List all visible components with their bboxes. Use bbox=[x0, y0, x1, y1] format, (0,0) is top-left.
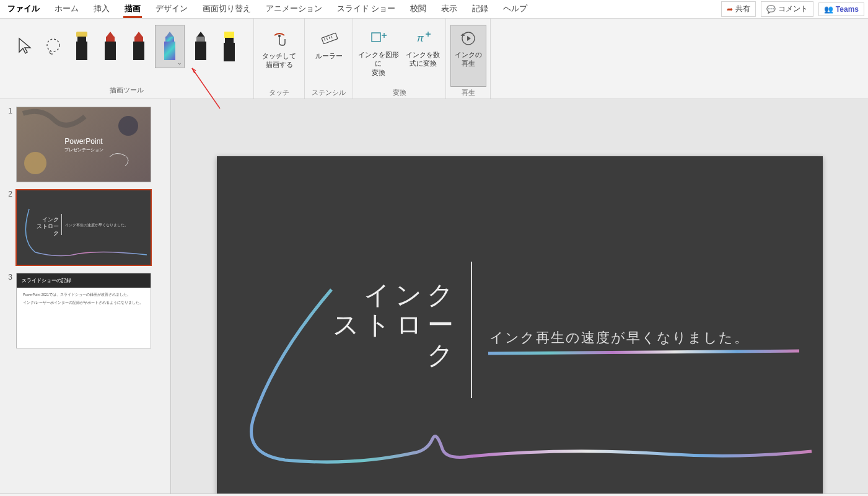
tool-pen-galaxy[interactable]: ⌄ bbox=[155, 25, 185, 68]
thumb-title: PowerPoint bbox=[64, 137, 102, 146]
tool-lasso[interactable] bbox=[41, 25, 66, 68]
thumb-subtitle: プレゼンテーション bbox=[64, 147, 103, 153]
teams-icon: 👥 bbox=[824, 5, 833, 14]
tab-review[interactable]: 校閲 bbox=[403, 0, 434, 18]
replay-icon bbox=[460, 30, 477, 46]
group-label-replay: 再生 bbox=[462, 87, 475, 100]
work-area: 1 PowerPoint プレゼンテーション 2 インク ストローク インク再生… bbox=[0, 99, 868, 495]
tab-record[interactable]: 記録 bbox=[465, 0, 496, 18]
tab-slideshow[interactable]: スライド ショー bbox=[330, 0, 403, 18]
svg-line-14 bbox=[488, 351, 799, 353]
svg-text:π: π bbox=[417, 33, 424, 43]
thumb-number: 2 bbox=[5, 190, 12, 265]
tool-highlighter-1[interactable] bbox=[69, 25, 94, 68]
svg-rect-7 bbox=[372, 33, 380, 42]
thumb-body: PowerPoint 2021では、スライドショーの録画が改善されました。 イン… bbox=[17, 288, 151, 310]
thumb-number: 3 bbox=[5, 273, 12, 348]
tool-select[interactable] bbox=[12, 25, 37, 68]
tab-draw[interactable]: 描画 bbox=[117, 0, 148, 18]
svg-point-0 bbox=[47, 39, 59, 51]
thumb-title: スライドショーの記録 bbox=[17, 273, 151, 288]
tab-design[interactable]: デザイン bbox=[148, 0, 195, 18]
cursor-icon bbox=[17, 37, 33, 56]
ribbon-group-convert: インクを図形に 変換 π インクを数 式に変換 変換 bbox=[353, 19, 446, 99]
svg-point-11 bbox=[24, 152, 46, 174]
thumb-preview[interactable]: PowerPoint プレゼンテーション bbox=[16, 107, 151, 182]
group-label-convert: 変換 bbox=[393, 87, 406, 100]
ribbon-group-replay: インクの 再生 再生 bbox=[446, 19, 491, 99]
tabbar-actions: ➦共有 💬コメント 👥Teams bbox=[721, 0, 868, 18]
highlighter-icon bbox=[224, 32, 235, 61]
pen-icon bbox=[105, 32, 116, 61]
svg-point-12 bbox=[118, 116, 138, 136]
group-label-drawtools: 描画ツール bbox=[110, 84, 144, 97]
ribbon: ⌄ 描画ツール タッチして 描 bbox=[0, 19, 868, 99]
comment-button[interactable]: 💬コメント bbox=[761, 1, 813, 17]
pen-icon bbox=[164, 32, 175, 61]
tab-insert[interactable]: 挿入 bbox=[86, 0, 117, 18]
ink-to-shape-icon bbox=[369, 30, 388, 46]
thumb-number: 1 bbox=[5, 107, 12, 182]
slide-canvas[interactable]: インクストローク インク再生の速度が早くなりました。 bbox=[171, 99, 868, 495]
thumb-preview[interactable]: インク ストローク インク再生の速度が早くなりました。 bbox=[16, 190, 151, 265]
share-button[interactable]: ➦共有 bbox=[721, 1, 756, 17]
svg-line-3 bbox=[324, 38, 325, 41]
ribbon-group-stencil: ルーラー ステンシル bbox=[305, 19, 353, 99]
svg-point-1 bbox=[278, 35, 281, 37]
group-label-stencil: ステンシル bbox=[312, 87, 346, 100]
teams-button[interactable]: 👥Teams bbox=[818, 2, 864, 16]
tool-pen-red-2[interactable] bbox=[126, 25, 151, 68]
thumbnail-2[interactable]: 2 インク ストローク インク再生の速度が早くなりました。 bbox=[5, 190, 165, 265]
pen-icon bbox=[133, 32, 144, 61]
highlighter-icon bbox=[76, 32, 87, 61]
ribbon-group-touch: タッチして 描画する タッチ bbox=[254, 19, 305, 99]
pencil-icon bbox=[195, 32, 206, 61]
thumbnail-panel[interactable]: 1 PowerPoint プレゼンテーション 2 インク ストローク インク再生… bbox=[0, 99, 171, 495]
thumbnail-3[interactable]: 3 スライドショーの記録 PowerPoint 2021では、スライドショーの録… bbox=[5, 273, 165, 348]
tab-home[interactable]: ホーム bbox=[47, 0, 86, 18]
ruler-button[interactable]: ルーラー bbox=[311, 25, 347, 87]
ink-to-shape-button[interactable]: インクを図形に 変換 bbox=[357, 25, 400, 87]
thumbnail-1[interactable]: 1 PowerPoint プレゼンテーション bbox=[5, 107, 165, 182]
tab-help[interactable]: ヘルプ bbox=[496, 0, 535, 18]
svg-line-5 bbox=[328, 37, 329, 39]
thumb-preview[interactable]: スライドショーの記録 PowerPoint 2021では、スライドショーの録画が… bbox=[16, 273, 151, 348]
slide[interactable]: インクストローク インク再生の速度が早くなりました。 bbox=[217, 156, 823, 495]
touch-draw-button[interactable]: タッチして 描画する bbox=[261, 25, 297, 87]
group-label-touch: タッチ bbox=[269, 87, 289, 100]
tool-pen-red-1[interactable] bbox=[98, 25, 123, 68]
ruler-icon bbox=[320, 30, 338, 48]
ink-to-math-button[interactable]: π インクを数 式に変換 bbox=[404, 25, 442, 87]
comment-icon: 💬 bbox=[766, 5, 776, 14]
tab-transition[interactable]: 画面切り替え bbox=[195, 0, 258, 18]
pen-gallery: ⌄ bbox=[12, 21, 242, 84]
ink-to-math-icon: π bbox=[414, 30, 432, 46]
tab-file[interactable]: ファイル bbox=[0, 0, 47, 18]
ribbon-group-drawtools: ⌄ 描画ツール bbox=[0, 19, 254, 99]
share-icon: ➦ bbox=[727, 5, 733, 14]
touch-icon bbox=[271, 30, 288, 48]
tool-highlighter-2[interactable] bbox=[217, 25, 242, 68]
tool-pencil-gray[interactable] bbox=[188, 25, 213, 68]
svg-line-6 bbox=[331, 36, 331, 38]
ink-replay-button[interactable]: インクの 再生 bbox=[450, 25, 486, 87]
chevron-down-icon[interactable]: ⌄ bbox=[177, 60, 182, 66]
lasso-icon bbox=[44, 37, 63, 56]
ink-strokes bbox=[217, 156, 823, 495]
status-bar bbox=[0, 494, 868, 496]
svg-line-4 bbox=[327, 38, 327, 40]
tab-animation[interactable]: アニメーション bbox=[258, 0, 330, 18]
tab-view[interactable]: 表示 bbox=[434, 0, 465, 18]
ribbon-tabs: ファイル ホーム 挿入 描画 デザイン 画面切り替え アニメーション スライド … bbox=[0, 0, 868, 19]
